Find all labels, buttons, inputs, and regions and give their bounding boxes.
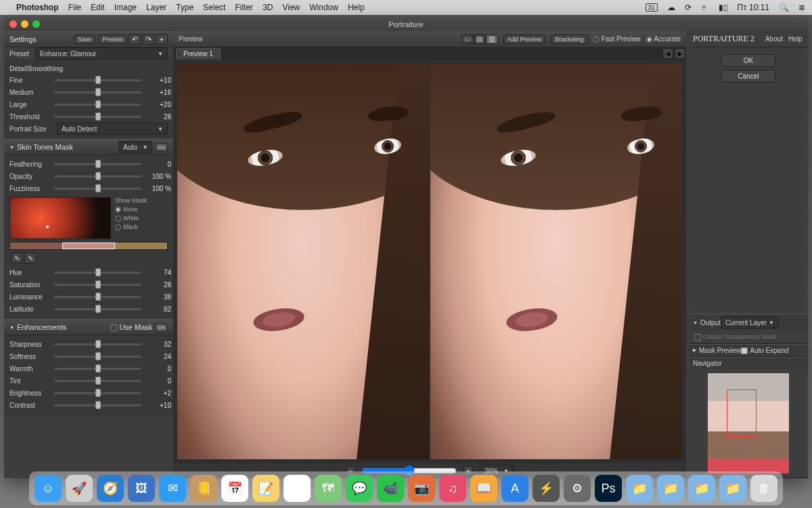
- sm-saturation-slider[interactable]: [54, 284, 141, 286]
- show-mask-none[interactable]: None: [115, 206, 138, 213]
- skin-mask-on[interactable]: On: [155, 143, 168, 152]
- show-mask-black[interactable]: Black: [115, 224, 138, 230]
- about-link[interactable]: About: [765, 35, 783, 43]
- navigator-viewport[interactable]: [727, 389, 757, 437]
- menu-layer[interactable]: Layer: [146, 3, 166, 12]
- cancel-button[interactable]: Cancel: [721, 70, 775, 83]
- enh-warmth-slider[interactable]: [54, 368, 141, 370]
- dock-preview[interactable]: 🖼: [128, 475, 155, 502]
- collapse-icon[interactable]: ▼: [9, 325, 14, 330]
- output-dropdown[interactable]: Current Layer▼: [721, 316, 779, 329]
- collapse-icon[interactable]: ▼: [9, 145, 14, 150]
- bracketing-button[interactable]: Bracketing: [551, 35, 588, 44]
- ok-button[interactable]: OK: [721, 54, 775, 67]
- view-split-h[interactable]: ▤: [474, 35, 486, 44]
- enh-sharpness-slider[interactable]: [54, 343, 141, 345]
- undo-icon[interactable]: ↶: [129, 34, 141, 45]
- redo-icon[interactable]: ↷: [142, 34, 154, 45]
- auto-expand-check[interactable]: Auto Expand: [741, 347, 788, 354]
- menu-filter[interactable]: Filter: [235, 3, 253, 12]
- tab-prev[interactable]: ◀: [662, 48, 673, 59]
- dock-photoshop[interactable]: Ps: [595, 475, 622, 502]
- dock-folder2[interactable]: 📁: [657, 475, 684, 502]
- menu-list-icon[interactable]: ≣: [798, 3, 805, 12]
- fast-preview-radio[interactable]: Fast Preview: [593, 35, 641, 43]
- dock-folder3[interactable]: 📁: [688, 475, 715, 502]
- accurate-radio[interactable]: Accurate: [646, 35, 681, 43]
- enh-contrast-slider[interactable]: [54, 404, 141, 406]
- preset-dropdown[interactable]: Enhance: Glamour▼: [35, 47, 168, 60]
- presets-button[interactable]: Presets: [98, 35, 127, 44]
- collapse-icon[interactable]: ▶: [693, 347, 696, 353]
- menu-3d[interactable]: 3D: [263, 3, 273, 12]
- dock-folder1[interactable]: 📁: [626, 475, 653, 502]
- menu-image[interactable]: Image: [114, 3, 137, 12]
- dock-thunderbolt[interactable]: ⚡: [533, 475, 560, 502]
- dock-reminders[interactable]: ☑: [284, 475, 311, 502]
- dock-folder4[interactable]: 📁: [719, 475, 746, 502]
- ds-threshold-slider[interactable]: [54, 116, 141, 118]
- dock-notes[interactable]: 📝: [252, 475, 279, 502]
- dock-maps[interactable]: 🗺: [315, 475, 342, 502]
- sm-fuzziness-slider[interactable]: [54, 188, 141, 190]
- dock-contacts[interactable]: 📒: [190, 475, 217, 502]
- dock-settings[interactable]: ⚙: [564, 475, 591, 502]
- dock-calendar[interactable]: 📅: [221, 475, 248, 502]
- menu-help[interactable]: Help: [348, 3, 365, 12]
- ds-fine-slider[interactable]: [54, 79, 141, 81]
- collapse-icon[interactable]: ▼: [693, 320, 698, 325]
- eyedropper-add-icon[interactable]: ✎: [24, 253, 37, 263]
- enh-tint-slider[interactable]: [54, 380, 141, 382]
- menu-edit[interactable]: Edit: [91, 3, 105, 12]
- dock-safari[interactable]: 🧭: [97, 475, 124, 502]
- save-button[interactable]: Save: [74, 35, 96, 44]
- dock-appstore[interactable]: A: [501, 475, 528, 502]
- settings-menu-icon[interactable]: ▼: [156, 34, 168, 45]
- cloud-icon[interactable]: ☁: [667, 3, 675, 12]
- show-mask-white[interactable]: White: [115, 215, 139, 221]
- sync-icon[interactable]: ⟳: [685, 3, 692, 12]
- window-close[interactable]: [9, 20, 17, 28]
- enh-softness-slider[interactable]: [54, 356, 141, 358]
- dock-finder[interactable]: ☺: [35, 475, 62, 502]
- preview-before[interactable]: [177, 64, 429, 459]
- menu-file[interactable]: File: [68, 3, 81, 12]
- dock-itunes[interactable]: ♫: [439, 475, 466, 502]
- battery-icon[interactable]: ▮▯: [719, 3, 728, 12]
- view-split-v[interactable]: ▥: [486, 35, 498, 44]
- window-minimize[interactable]: [21, 20, 28, 28]
- swatch-strip[interactable]: [9, 242, 168, 250]
- ds-large-slider[interactable]: [54, 104, 141, 106]
- navigator-thumbnail[interactable]: [708, 373, 789, 473]
- dock-trash[interactable]: 🗑: [750, 475, 777, 502]
- sm-feathering-slider[interactable]: [54, 163, 141, 165]
- dock-photobooth[interactable]: 📷: [408, 475, 435, 502]
- wifi-icon[interactable]: ᯤ: [701, 3, 709, 12]
- menubar-date-icon[interactable]: 31: [646, 3, 658, 12]
- menu-photoshop[interactable]: Photoshop: [16, 3, 59, 12]
- window-zoom[interactable]: [32, 20, 40, 28]
- skin-color-picker[interactable]: [9, 197, 111, 239]
- use-mask-check[interactable]: Use Mask: [110, 323, 152, 331]
- sm-luminance-slider[interactable]: [54, 296, 141, 298]
- dock-mail[interactable]: ✉: [159, 475, 186, 502]
- help-link[interactable]: Help: [788, 35, 803, 43]
- skin-mask-mode-dropdown[interactable]: Auto▼: [118, 141, 152, 153]
- transparency-check[interactable]: Create Transparency Mask: [689, 331, 808, 343]
- preview-tab-1[interactable]: Preview 1: [176, 48, 221, 60]
- dock-launchpad[interactable]: 🚀: [66, 475, 93, 502]
- preview-after[interactable]: [430, 64, 682, 459]
- sm-opacity-slider[interactable]: [54, 175, 141, 177]
- menubar-clock[interactable]: Пт 10:11: [738, 3, 769, 12]
- dock-messages[interactable]: 💬: [346, 475, 373, 502]
- add-preview-button[interactable]: Add Preview: [503, 35, 546, 44]
- dock-facetime[interactable]: 📹: [377, 475, 404, 502]
- eyedropper-icon[interactable]: ✎: [11, 253, 23, 263]
- menu-view[interactable]: View: [282, 3, 300, 12]
- enh-brightness-slider[interactable]: [54, 392, 141, 394]
- sm-latitude-slider[interactable]: [54, 308, 141, 310]
- dock-ibooks[interactable]: 📖: [470, 475, 497, 502]
- menu-type[interactable]: Type: [176, 3, 194, 12]
- spotlight-icon[interactable]: 🔍: [779, 3, 789, 12]
- menu-select[interactable]: Select: [203, 3, 225, 12]
